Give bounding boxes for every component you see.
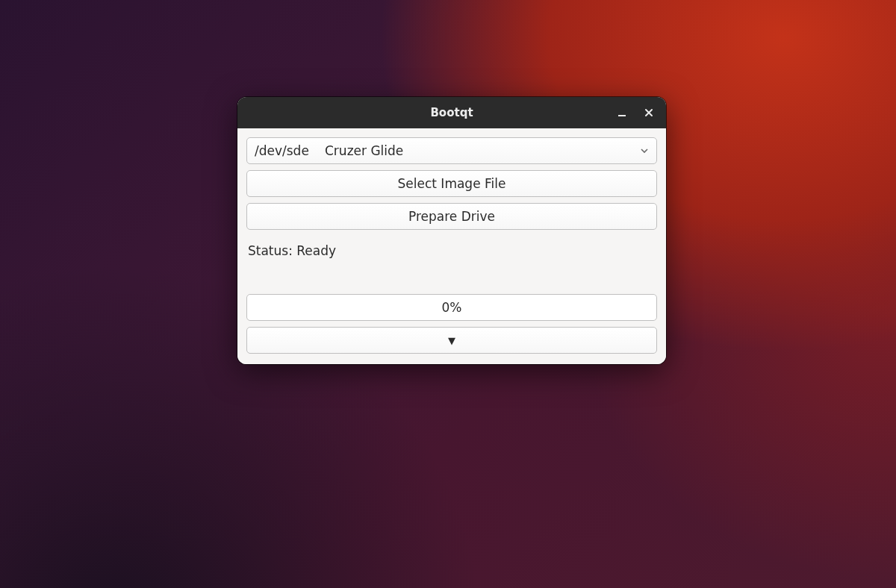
close-button[interactable] xyxy=(636,101,662,124)
triangle-down-icon: ▼ xyxy=(448,336,455,345)
app-window: Bootqt /dev/sde Cruzer Glide xyxy=(237,97,666,364)
minimize-button[interactable] xyxy=(609,101,635,124)
dropdown-caret xyxy=(640,138,649,163)
window-title: Bootqt xyxy=(430,106,473,119)
window-controls xyxy=(609,97,662,128)
minimize-icon xyxy=(617,107,627,118)
prepare-drive-button[interactable]: Prepare Drive xyxy=(246,203,657,230)
select-image-button[interactable]: Select Image File xyxy=(246,170,657,197)
progress-bar: 0% xyxy=(246,294,657,321)
progress-text: 0% xyxy=(442,300,462,315)
chevron-down-icon xyxy=(640,146,649,155)
prepare-drive-label: Prepare Drive xyxy=(408,209,495,224)
drive-device-path: /dev/sde xyxy=(255,143,311,158)
drive-select-combo[interactable]: /dev/sde Cruzer Glide xyxy=(246,137,657,164)
status-area: Status: Ready xyxy=(246,236,657,294)
window-client-area: /dev/sde Cruzer Glide Select Image File … xyxy=(237,128,666,364)
close-icon xyxy=(644,107,654,118)
titlebar[interactable]: Bootqt xyxy=(237,97,666,128)
desktop-background: Bootqt /dev/sde Cruzer Glide xyxy=(0,0,896,588)
svg-rect-0 xyxy=(618,115,626,116)
status-text: Status: Ready xyxy=(248,243,336,258)
drive-label: Cruzer Glide xyxy=(325,143,649,158)
select-image-label: Select Image File xyxy=(398,176,506,191)
expand-details-button[interactable]: ▼ xyxy=(246,327,657,354)
